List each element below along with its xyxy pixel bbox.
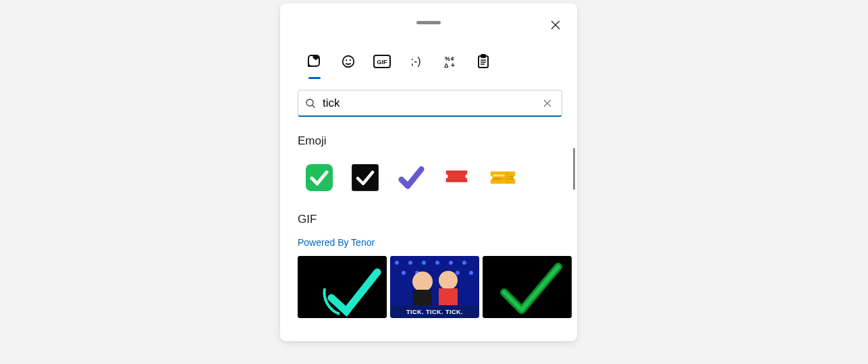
close-button[interactable] [545, 14, 566, 36]
gif-section-heading: GIF [298, 213, 573, 226]
svg-text:GIF: GIF [377, 59, 388, 66]
svg-text:+: + [451, 61, 455, 69]
emoji-picker-panel: GIF ;-) % ¢ Δ + [280, 3, 577, 341]
svg-point-39 [439, 271, 458, 290]
svg-rect-21 [493, 174, 504, 176]
smiley-icon [341, 54, 356, 69]
svg-point-0 [343, 56, 354, 68]
svg-point-27 [395, 261, 399, 265]
svg-rect-24 [510, 178, 514, 180]
kaomoji-icon: ;-) [410, 55, 421, 68]
search-field[interactable] [298, 90, 562, 117]
clear-icon [543, 99, 551, 107]
emoji-section-heading: Emoji [298, 134, 573, 148]
tab-kaomoji[interactable]: ;-) [399, 48, 433, 75]
svg-point-36 [469, 271, 473, 275]
gif-icon: GIF [373, 55, 391, 68]
emoji-admission-tickets[interactable] [443, 164, 470, 191]
svg-text:Δ: Δ [444, 62, 449, 69]
search-input[interactable] [323, 97, 533, 110]
emoji-check-box-black[interactable] [352, 164, 379, 191]
tab-emoji[interactable] [331, 48, 365, 75]
powered-by-tenor-link[interactable]: Powered By Tenor [298, 237, 375, 248]
emoji-ticket[interactable] [489, 164, 516, 191]
svg-point-2 [350, 59, 351, 61]
tab-clipboard[interactable] [466, 48, 500, 75]
category-tabs: GIF ;-) % ¢ Δ + [298, 48, 500, 75]
tab-recent-sticker[interactable] [298, 48, 331, 75]
close-icon [551, 20, 560, 30]
clipboard-icon [477, 54, 490, 69]
svg-rect-17 [352, 164, 379, 191]
gif-caption: TICK. TICK. TICK. [390, 309, 479, 315]
gif-result-1[interactable] [298, 256, 387, 318]
svg-rect-40 [439, 288, 458, 305]
svg-rect-38 [413, 290, 432, 305]
sticker-heart-icon [306, 53, 323, 70]
svg-point-30 [435, 261, 439, 265]
tab-symbols[interactable]: % ¢ Δ + [433, 48, 466, 75]
svg-point-1 [346, 59, 347, 61]
svg-point-35 [456, 271, 460, 275]
svg-point-32 [462, 261, 466, 265]
svg-text:%: % [445, 55, 450, 62]
emoji-results-row [306, 164, 573, 191]
svg-point-33 [402, 271, 406, 275]
symbols-icon: % ¢ Δ + [442, 54, 457, 69]
svg-rect-16 [306, 164, 333, 191]
svg-point-14 [306, 99, 313, 106]
drag-handle[interactable] [416, 21, 441, 24]
emoji-heavy-check-mark[interactable] [398, 164, 425, 191]
clear-search-button[interactable] [540, 96, 555, 111]
gif-result-3[interactable] [483, 256, 572, 318]
svg-line-15 [313, 105, 315, 108]
svg-point-37 [412, 271, 433, 292]
search-icon [305, 98, 316, 109]
scrollbar-thumb[interactable] [573, 148, 575, 190]
svg-rect-23 [510, 176, 514, 177]
results-area: Emoji [298, 126, 573, 341]
svg-rect-22 [493, 178, 501, 180]
svg-point-28 [408, 261, 412, 265]
gif-result-2[interactable]: TICK. TICK. TICK. [390, 256, 479, 318]
emoji-check-mark-green[interactable] [306, 164, 333, 191]
tab-gif[interactable]: GIF [365, 48, 399, 75]
svg-point-31 [449, 261, 453, 265]
gif-results-row: TICK. TICK. TICK. [298, 256, 573, 318]
svg-point-29 [422, 261, 426, 265]
